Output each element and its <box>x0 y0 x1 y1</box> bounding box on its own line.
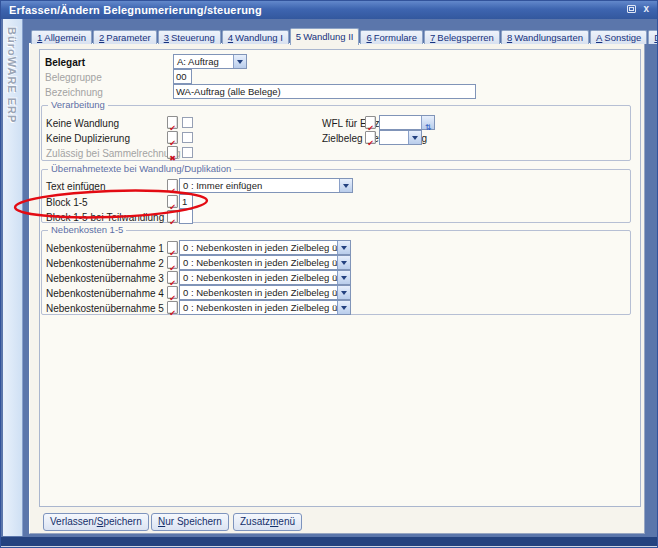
tab-wfl-tb[interactable]: DWFL/TB <box>648 30 658 44</box>
tab-allgemein[interactable]: 1Allgemein <box>31 30 92 44</box>
uebernahmetexte-group: Übernahmetexte bei Wandlung/Duplikation … <box>41 169 631 223</box>
nebenkosten-legend: Nebenkosten 1-5 <box>48 224 126 236</box>
zulaessig-sammelrechnung-label: Zulässig bei Sammelrechnung <box>46 148 181 160</box>
nebenkosten-2-select[interactable]: 0 : Nebenkosten in jeden Zielbeleg übern… <box>179 255 351 270</box>
nebenkosten-3-select[interactable]: 0 : Nebenkosten in jeden Zielbeleg übern… <box>179 270 351 285</box>
restore-icon[interactable] <box>627 5 636 13</box>
close-icon[interactable]: x <box>643 4 649 14</box>
modified-check-icon[interactable]: ✔ <box>365 116 376 129</box>
dropdown-arrow-icon[interactable] <box>337 241 350 254</box>
bezeichnung-input[interactable]: WA-Auftrag (alle Belege) <box>173 84 476 99</box>
belegart-label: Belegart <box>45 57 85 69</box>
modified-check-icon[interactable]: ✔ <box>167 131 178 144</box>
nebenkosten-group: Nebenkosten 1-5 Nebenkostenübernahme 1 ✔… <box>41 230 631 315</box>
belegart-select[interactable]: A: Auftrag <box>173 54 247 69</box>
zulaessig-sammelrechnung-checkbox[interactable] <box>182 147 193 158</box>
block-1-5-label: Block 1-5 <box>46 197 88 209</box>
keine-wandlung-label: Keine Wandlung <box>46 118 119 130</box>
verarbeitung-legend: Verarbeitung <box>48 99 108 111</box>
keine-duplizierung-checkbox[interactable] <box>182 132 193 143</box>
modified-check-icon[interactable]: ✔ <box>167 241 178 254</box>
brand-strip: BüroWARE ERP <box>3 19 23 536</box>
nebenkosten-3-label: Nebenkostenübernahme 3 <box>46 273 164 285</box>
text-einfuegen-label: Text einfügen <box>46 181 106 193</box>
nebenkosten-1-select[interactable]: 0 : Nebenkosten in jeden Zielbeleg übern… <box>179 240 351 255</box>
bottom-bar <box>1 537 658 546</box>
tab-belegsperren[interactable]: 7Belegsperren <box>424 30 500 44</box>
modified-check-icon[interactable]: ✔ <box>167 301 178 314</box>
zielbeleg-liefvorschlag-select[interactable] <box>379 130 422 145</box>
verarbeitung-group: Verarbeitung Keine Wandlung ✔ Keine Dupl… <box>41 105 631 161</box>
uebernahmetexte-legend: Übernahmetexte bei Wandlung/Duplikation <box>48 163 234 175</box>
nebenkosten-1-label: Nebenkostenübernahme 1 <box>46 243 164 255</box>
keine-duplizierung-label: Keine Duplizierung <box>46 133 130 145</box>
modified-cross-icon[interactable]: ✖ <box>167 146 178 159</box>
modified-check-icon[interactable]: ✔ <box>167 195 178 208</box>
block-1-5-teilwandlung-label: Block 1-5 bei Teilwandlung <box>46 212 164 224</box>
belegart-value: A: Auftrag <box>174 55 233 68</box>
tab-sonstige[interactable]: ASonstige <box>590 30 647 44</box>
nebenkosten-2-label: Nebenkostenübernahme 2 <box>46 258 164 270</box>
nebenkosten-4-select[interactable]: 0 : Nebenkosten in jeden Zielbeleg übern… <box>179 285 351 300</box>
nebenkosten-5-label: Nebenkostenübernahme 5 <box>46 303 164 315</box>
dropdown-arrow-icon[interactable] <box>339 179 352 192</box>
bezeichnung-label: Bezeichnung <box>45 87 103 99</box>
verlassen-speichern-button[interactable]: Verlassen/Speichern <box>43 513 149 531</box>
nebenkosten-4-label: Nebenkostenübernahme 4 <box>46 288 164 300</box>
tab-steuerung[interactable]: 3Steuerung <box>158 30 221 44</box>
block-1-5-teilwandlung-input[interactable] <box>179 209 193 224</box>
nur-speichern-button[interactable]: Nur Speichern <box>151 513 229 531</box>
brand-vertical-text: BüroWARE ERP <box>6 27 18 123</box>
app-window: Erfassen/Ändern Belegnumerierung/steueru… <box>0 0 658 548</box>
tab-bar: 1Allgemein 2Parameter 3Steuerung 4Wandlu… <box>31 27 658 44</box>
tab-wandlungsarten[interactable]: 8Wandlungsarten <box>501 30 589 44</box>
tab-formulare[interactable]: 6Formulare <box>360 30 423 44</box>
modified-check-icon[interactable]: ✔ <box>167 116 178 129</box>
modified-check-icon[interactable]: ✔ <box>167 210 178 223</box>
zusatzmenue-button[interactable]: Zusatzmenü <box>233 513 302 531</box>
keine-wandlung-checkbox[interactable] <box>182 117 193 128</box>
modified-check-icon[interactable]: ✔ <box>167 256 178 269</box>
tab-wandlung-1[interactable]: 4Wandlung I <box>222 30 289 44</box>
wfl-einzelwandlung-spinner[interactable]: ⇅ <box>379 115 435 130</box>
modified-check-icon[interactable]: ✔ <box>167 271 178 284</box>
dropdown-arrow-icon[interactable] <box>233 55 246 68</box>
titlebar: Erfassen/Ändern Belegnumerierung/steueru… <box>1 1 657 19</box>
block-1-5-input[interactable]: 1 <box>179 194 193 209</box>
tab-parameter[interactable]: 2Parameter <box>93 30 157 44</box>
tab-wandlung-2[interactable]: 5Wandlung II <box>290 28 360 45</box>
modified-check-icon[interactable]: ✔ <box>167 179 178 192</box>
dropdown-arrow-icon[interactable] <box>408 131 421 144</box>
modified-check-icon[interactable]: ✔ <box>167 286 178 299</box>
dropdown-arrow-icon[interactable] <box>337 286 350 299</box>
modified-check-icon[interactable]: ✔ <box>365 131 376 144</box>
dropdown-arrow-icon[interactable] <box>337 271 350 284</box>
text-einfuegen-select[interactable]: 0 : Immer einfügen <box>179 178 353 193</box>
window-title: Erfassen/Ändern Belegnumerierung/steueru… <box>9 4 262 16</box>
beleggruppe-label: Beleggruppe <box>45 72 102 84</box>
dropdown-arrow-icon[interactable] <box>337 256 350 269</box>
beleggruppe-input[interactable]: 00 <box>173 69 192 84</box>
nebenkosten-5-select[interactable]: 0 : Nebenkosten in jeden Zielbeleg übern… <box>179 300 351 315</box>
dropdown-arrow-icon[interactable] <box>337 301 350 314</box>
spinner-icon[interactable]: ⇅ <box>421 116 434 129</box>
